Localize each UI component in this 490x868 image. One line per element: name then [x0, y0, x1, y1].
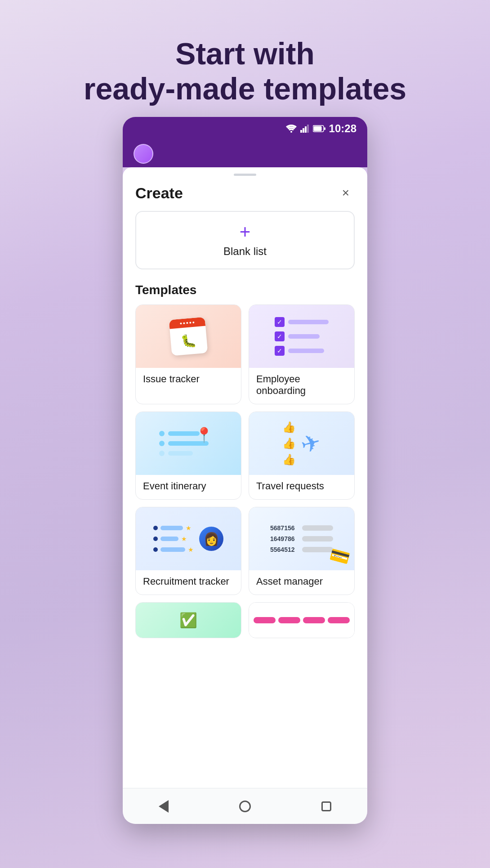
travel-requests-label: Travel requests: [249, 475, 354, 499]
home-icon: [239, 801, 251, 812]
recruitment-tracker-label: Recruitment tracker: [136, 570, 241, 595]
template-card-employee-onboarding[interactable]: ✓ ✓ ✓ Employee onboarding: [249, 304, 355, 404]
asset-manager-label: Asset manager: [249, 570, 354, 595]
svg-rect-4: [307, 125, 309, 133]
issue-tracker-label: Issue tracker: [136, 368, 241, 392]
pink-bar-2: [278, 617, 300, 623]
partial-card-green[interactable]: ✅: [135, 602, 241, 638]
svg-rect-3: [305, 126, 307, 133]
blank-list-card[interactable]: + Blank list: [135, 211, 355, 269]
pink-bar-1: [254, 617, 276, 623]
signal-icon: [300, 125, 309, 133]
recruit-list: ★ ★ ★: [153, 524, 194, 553]
page-title-line1: Start with: [0, 36, 490, 71]
templates-grid: 🐛 Issue tracker ✓ ✓: [123, 304, 367, 595]
map-pin-icon: 📍: [195, 426, 213, 443]
event-itinerary-thumbnail: 📍: [136, 412, 241, 475]
svg-rect-2: [303, 128, 304, 133]
person-avatar: 👩: [199, 527, 223, 551]
back-icon: [159, 800, 169, 813]
modal-sheet: Create × + Blank list Templates: [123, 167, 367, 788]
nav-home-button[interactable]: [234, 795, 256, 818]
app-header: [123, 140, 367, 167]
partial-bottom-row: ✅: [123, 595, 367, 638]
svg-rect-1: [300, 130, 302, 133]
asset-number-3: 5564512: [270, 546, 299, 553]
status-icons: 10:28: [286, 122, 356, 135]
battery-icon: [313, 125, 325, 132]
pink-bar-3: [303, 617, 325, 623]
drag-handle: [123, 167, 367, 180]
template-card-event-itinerary[interactable]: 📍 E: [135, 412, 241, 500]
status-bar: 10:28: [123, 117, 367, 140]
asset-manager-thumbnail: 5687156 1649786 5564512 💳: [249, 507, 354, 570]
thumbs-up-icon-2: 👍: [282, 437, 296, 450]
bug-calendar-visual: 🐛: [170, 318, 206, 354]
template-card-issue-tracker[interactable]: 🐛 Issue tracker: [135, 304, 241, 404]
hero-title-section: Start with ready-made templates: [0, 36, 490, 106]
event-itinerary-label: Event itinerary: [136, 475, 241, 499]
close-button[interactable]: ×: [337, 184, 355, 202]
thumbs-up-icon-3: 👍: [282, 453, 296, 466]
modal-title: Create: [135, 184, 183, 202]
nav-recent-button[interactable]: [315, 795, 338, 818]
plus-icon: +: [240, 223, 251, 242]
svg-point-0: [290, 131, 292, 133]
svg-rect-6: [313, 126, 321, 131]
card-hand-icon: 💳: [327, 545, 352, 568]
airplane-icon: ✈: [298, 428, 324, 459]
template-card-travel-requests[interactable]: 👍 👍 👍 ✈ Travel requests: [249, 412, 355, 500]
thumbs-up-icon-1: 👍: [282, 421, 296, 434]
templates-heading: Templates: [123, 283, 367, 304]
asset-visual: 5687156 1649786 5564512: [270, 524, 333, 553]
partial-card-pink[interactable]: [249, 602, 355, 638]
recent-icon: [321, 801, 331, 811]
wifi-icon: [286, 125, 297, 133]
status-time: 10:28: [329, 122, 356, 135]
thumbs-up-list: 👍 👍 👍: [282, 421, 296, 466]
issue-tracker-thumbnail: 🐛: [136, 305, 241, 368]
template-card-recruitment-tracker[interactable]: ★ ★ ★: [135, 507, 241, 595]
onboarding-thumbnail: ✓ ✓ ✓: [249, 305, 354, 368]
avatar: [134, 144, 153, 164]
checklist-visual: ✓ ✓ ✓: [275, 317, 329, 356]
employee-onboarding-label: Employee onboarding: [249, 368, 354, 404]
drag-handle-bar: [234, 174, 256, 176]
travel-visual: 👍 👍 👍 ✈: [282, 421, 321, 466]
recruit-visual: ★ ★ ★: [153, 524, 223, 553]
recruitment-tracker-thumbnail: ★ ★ ★: [136, 507, 241, 570]
template-card-asset-manager[interactable]: 5687156 1649786 5564512 💳: [249, 507, 355, 595]
asset-number-1: 5687156: [270, 524, 299, 532]
svg-rect-7: [324, 127, 325, 130]
travel-requests-thumbnail: 👍 👍 👍 ✈: [249, 412, 354, 475]
phone-shell: 10:28 Create × + Blank list Templates: [123, 117, 367, 824]
asset-number-2: 1649786: [270, 535, 299, 542]
nav-back-button[interactable]: [152, 795, 175, 818]
pink-bars-thumbnail: [249, 603, 354, 638]
nav-bar: [123, 788, 367, 824]
green-thumbnail: ✅: [136, 603, 241, 638]
itinerary-visual: 📍: [159, 431, 218, 456]
modal-header: Create ×: [123, 180, 367, 211]
blank-list-label: Blank list: [223, 245, 267, 258]
page-title-line2: ready-made templates: [0, 71, 490, 106]
pink-bar-4: [328, 617, 350, 623]
